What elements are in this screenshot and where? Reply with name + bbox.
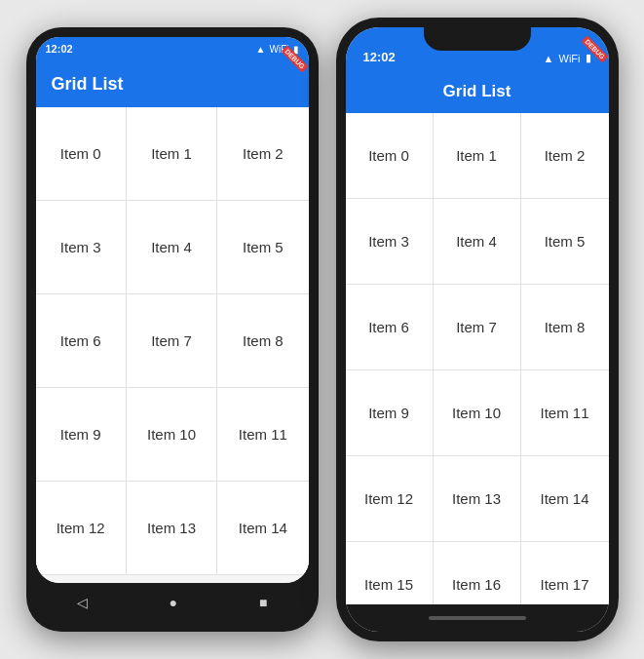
back-button[interactable]: ◁ <box>77 595 88 610</box>
android-grid-item-9[interactable]: Item 9 <box>36 388 127 482</box>
android-grid-item-1[interactable]: Item 1 <box>127 107 217 201</box>
ios-grid-item-3[interactable]: Item 3 <box>346 199 434 285</box>
ios-notch-bar: 12:02 ▲ WiFi ▮ <box>346 27 609 70</box>
ios-home-indicator <box>346 604 609 632</box>
ios-grid-item-16[interactable]: Item 16 <box>434 542 521 604</box>
ios-grid-item-1[interactable]: Item 1 <box>434 113 521 199</box>
ios-grid-item-9[interactable]: Item 9 <box>346 370 434 456</box>
android-phone: DEBUG 12:02 ▲ WiFi ▮ Grid List Item 0Ite… <box>26 27 319 632</box>
android-content[interactable]: Item 0Item 1Item 2Item 3Item 4Item 5Item… <box>36 107 309 583</box>
android-grid-item-6[interactable]: Item 6 <box>36 294 127 388</box>
android-grid-item-5[interactable]: Item 5 <box>217 201 308 294</box>
android-grid-item-4[interactable]: Item 4 <box>127 201 217 294</box>
android-status-bar: 12:02 ▲ WiFi ▮ <box>36 37 309 60</box>
ios-battery-icon: ▮ <box>586 52 591 64</box>
android-toolbar: Grid List <box>36 60 309 107</box>
ios-grid-item-15[interactable]: Item 15 <box>346 542 434 604</box>
home-button[interactable]: ● <box>170 595 177 610</box>
android-grid-item-8[interactable]: Item 8 <box>217 294 308 388</box>
android-nav-bar: ◁ ● ■ <box>36 583 309 622</box>
android-grid-item-0[interactable]: Item 0 <box>36 107 127 201</box>
android-grid-item-7[interactable]: Item 7 <box>127 294 217 388</box>
ios-grid-item-6[interactable]: Item 6 <box>346 285 434 370</box>
android-grid-item-13[interactable]: Item 13 <box>127 482 217 575</box>
ios-grid-item-10[interactable]: Item 10 <box>434 370 521 456</box>
android-toolbar-title: Grid List <box>52 74 124 95</box>
android-grid-item-11[interactable]: Item 11 <box>217 388 308 482</box>
ios-grid-item-8[interactable]: Item 8 <box>521 285 609 370</box>
android-grid-item-14[interactable]: Item 14 <box>217 482 308 575</box>
home-bar <box>429 616 526 620</box>
ios-wifi-icon: WiFi <box>559 53 581 64</box>
android-status-time: 12:02 <box>46 43 73 55</box>
ios-notch <box>424 27 531 51</box>
signal-icon: ▲ <box>256 44 266 55</box>
ios-grid-item-2[interactable]: Item 2 <box>521 113 609 199</box>
ios-grid-item-11[interactable]: Item 11 <box>521 370 609 456</box>
ios-status-time: 12:02 <box>363 50 396 64</box>
android-screen: 12:02 ▲ WiFi ▮ Grid List Item 0Item 1Ite… <box>36 37 309 583</box>
ios-grid-list: Item 0Item 1Item 2Item 3Item 4Item 5Item… <box>346 113 609 604</box>
ios-grid-item-12[interactable]: Item 12 <box>346 456 434 542</box>
ios-phone: DEBUG 12:02 ▲ WiFi ▮ Grid List Item 0Ite… <box>336 18 619 641</box>
android-grid-item-2[interactable]: Item 2 <box>217 107 308 201</box>
android-grid-list: Item 0Item 1Item 2Item 3Item 4Item 5Item… <box>36 107 309 575</box>
recent-button[interactable]: ■ <box>259 595 267 610</box>
ios-grid-item-17[interactable]: Item 17 <box>521 542 609 604</box>
android-grid-item-3[interactable]: Item 3 <box>36 201 127 294</box>
ios-grid-item-0[interactable]: Item 0 <box>346 113 434 199</box>
ios-toolbar-title: Grid List <box>443 82 511 101</box>
ios-status-icons: ▲ WiFi ▮ <box>544 52 591 64</box>
ios-grid-item-13[interactable]: Item 13 <box>434 456 521 542</box>
android-grid-item-12[interactable]: Item 12 <box>36 482 127 575</box>
ios-content[interactable]: Item 0Item 1Item 2Item 3Item 4Item 5Item… <box>346 113 609 604</box>
ios-signal-icon: ▲ <box>544 53 554 64</box>
ios-grid-item-14[interactable]: Item 14 <box>521 456 609 542</box>
ios-toolbar: Grid List <box>346 70 609 113</box>
android-grid-item-10[interactable]: Item 10 <box>127 388 217 482</box>
ios-screen: 12:02 ▲ WiFi ▮ Grid List Item 0Item 1Ite… <box>346 27 609 632</box>
ios-grid-item-7[interactable]: Item 7 <box>434 285 521 370</box>
ios-grid-item-4[interactable]: Item 4 <box>434 199 521 285</box>
ios-grid-item-5[interactable]: Item 5 <box>521 199 609 285</box>
